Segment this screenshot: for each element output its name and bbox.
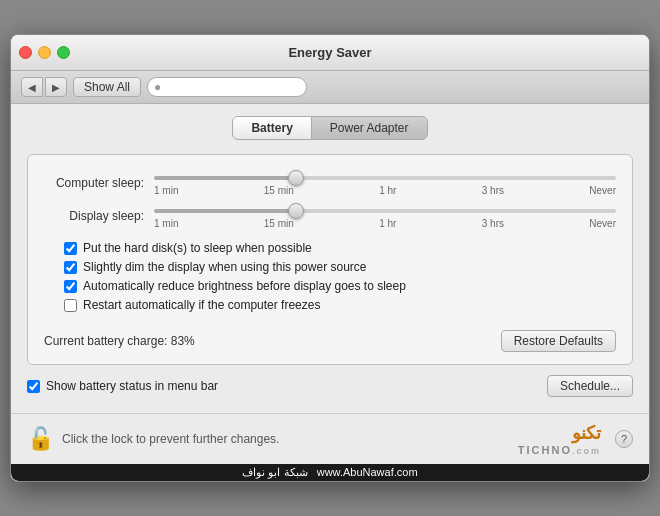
mark-15min-d: 15 min [264,218,294,229]
search-wrapper: ● [147,77,307,97]
restore-defaults-button[interactable]: Restore Defaults [501,330,616,352]
checkbox-restart-freeze-label: Restart automatically if the computer fr… [83,298,320,312]
tab-battery[interactable]: Battery [233,117,311,139]
display-sleep-label: Display sleep: [44,209,154,223]
checkbox-dim-display-input[interactable] [64,261,77,274]
nav-buttons: ◀ ▶ [21,77,67,97]
abunawaf-bar: شبكة ابو نواف www.AbuNawaf.com [11,464,649,481]
display-sleep-wrapper: 1 min 15 min 1 hr 3 hrs Never [154,202,616,229]
titlebar: Energy Saver [11,35,649,71]
help-button[interactable]: ? [615,430,633,448]
tab-power-adapter[interactable]: Power Adapter [312,117,427,139]
checkbox-auto-brightness-input[interactable] [64,280,77,293]
show-battery-status-label: Show battery status in menu bar [46,379,218,393]
checkboxes: Put the hard disk(s) to sleep when possi… [64,241,616,312]
mark-15min: 15 min [264,185,294,196]
mark-1min-d: 1 min [154,218,178,229]
lock-text: Click the lock to prevent further change… [62,432,279,446]
traffic-lights [19,46,70,59]
checkbox-hdd-sleep-label: Put the hard disk(s) to sleep when possi… [83,241,312,255]
content-area: Battery Power Adapter Computer sleep: 1 … [11,104,649,413]
mark-1hr-d: 1 hr [379,218,396,229]
checkbox-auto-brightness-label: Automatically reduce brightness before d… [83,279,406,293]
mark-3hrs-d: 3 hrs [482,218,504,229]
display-sleep-row: Display sleep: 1 min 15 min 1 hr 3 hrs N… [44,202,616,229]
computer-sleep-label: Computer sleep: [44,176,154,190]
brand-arabic: تكنو [572,422,601,444]
minimize-button[interactable] [38,46,51,59]
forward-button[interactable]: ▶ [45,77,67,97]
display-sleep-marks: 1 min 15 min 1 hr 3 hrs Never [154,218,616,229]
maximize-button[interactable] [57,46,70,59]
main-panel: Computer sleep: 1 min 15 min 1 hr 3 hrs … [27,154,633,365]
mark-never: Never [589,185,616,196]
brand-latin: TICHNO.com [518,444,601,456]
display-sleep-slider[interactable] [154,209,616,213]
toolbar: ◀ ▶ Show All ● [11,71,649,104]
show-battery-status-checkbox[interactable] [27,380,40,393]
back-button[interactable]: ◀ [21,77,43,97]
lock-icon[interactable]: 🔓 [27,426,54,452]
window-title: Energy Saver [288,45,371,60]
checkbox-dim-display: Slightly dim the display when using this… [64,260,616,274]
checkbox-dim-display-label: Slightly dim the display when using this… [83,260,366,274]
mark-3hrs: 3 hrs [482,185,504,196]
computer-sleep-row: Computer sleep: 1 min 15 min 1 hr 3 hrs … [44,169,616,196]
watermark-url: www.AbuNawaf.com [317,466,418,478]
checkbox-hdd-sleep: Put the hard disk(s) to sleep when possi… [64,241,616,255]
checkbox-restart-freeze-input[interactable] [64,299,77,312]
close-button[interactable] [19,46,32,59]
bottom-row: Show battery status in menu bar Schedule… [27,375,633,397]
battery-charge-text: Current battery charge: 83% [44,334,195,348]
tabs: Battery Power Adapter [232,116,427,140]
checkbox-hdd-sleep-input[interactable] [64,242,77,255]
search-icon: ● [154,80,161,94]
search-input[interactable] [147,77,307,97]
show-battery-row: Show battery status in menu bar [27,379,218,393]
computer-sleep-wrapper: 1 min 15 min 1 hr 3 hrs Never [154,169,616,196]
mark-never-d: Never [589,218,616,229]
footer: 🔓 Click the lock to prevent further chan… [11,413,649,464]
battery-row: Current battery charge: 83% Restore Defa… [44,324,616,352]
computer-sleep-marks: 1 min 15 min 1 hr 3 hrs Never [154,185,616,196]
mark-1min: 1 min [154,185,178,196]
mark-1hr: 1 hr [379,185,396,196]
computer-sleep-slider[interactable] [154,176,616,180]
tabs-container: Battery Power Adapter [27,116,633,140]
checkbox-restart-freeze: Restart automatically if the computer fr… [64,298,616,312]
checkbox-auto-brightness: Automatically reduce brightness before d… [64,279,616,293]
show-all-button[interactable]: Show All [73,77,141,97]
watermark-arabic: شبكة ابو نواف [242,466,307,478]
brand: تكنو TICHNO.com [518,422,601,456]
schedule-button[interactable]: Schedule... [547,375,633,397]
